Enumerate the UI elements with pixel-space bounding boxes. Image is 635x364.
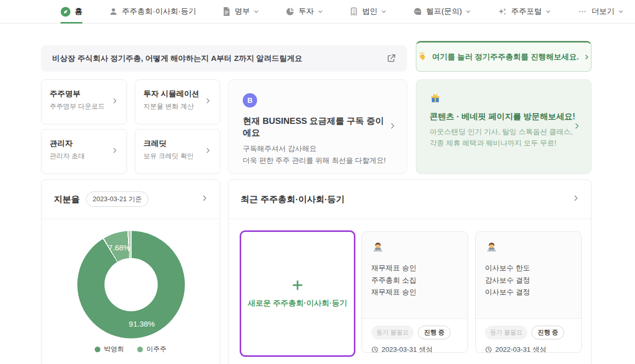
agm-cta-banner[interactable]: 여기를 눌러 정기주주총회를 진행해보세요. (416, 41, 591, 72)
registry-badge: 등기 불필요 (485, 326, 527, 339)
cta-banner-text: 여기를 눌러 정기주주총회를 진행해보세요. (432, 52, 579, 62)
plan-card-title: 현재 BUSINESS 요금제를 구독 중이에요 (243, 115, 392, 139)
ownership-donut-chart: 91.38% 7.68% (77, 231, 185, 338)
chevron-right-icon (204, 97, 211, 106)
quick-card-title: 주주명부 (50, 89, 118, 99)
technologist-emoji (371, 241, 385, 254)
nav-label: 명부 (235, 7, 250, 16)
meeting-agenda-line: 재무제표 승인 (371, 262, 458, 274)
chevron-down-icon (318, 9, 323, 14)
chevron-right-icon (201, 195, 208, 204)
home-page: 홈 주주총회·이사회·등기 명부 투자 (0, 0, 635, 364)
status-badge: 진행 중 (418, 326, 450, 339)
legend-item: 이주주 (137, 345, 166, 354)
quick-card-shareholder-list[interactable]: 주주명부 주주명부 다운로드 (41, 79, 127, 124)
chevron-right-icon (111, 97, 118, 106)
meeting-agenda-line: 이사보수 결정 (485, 286, 572, 298)
quick-card-title: 관리자 (50, 139, 118, 148)
nav-item-meetings[interactable]: 주주총회·이사회·등기 (109, 0, 196, 23)
nav-label: 홈 (75, 7, 82, 16)
chat-bubble-icon (413, 7, 422, 16)
nav-label: 법인 (362, 7, 377, 16)
meeting-card[interactable]: 재무제표 승인 주주총회 소집 재무제표 승인 등기 불필요 진행 중 2023… (362, 231, 468, 353)
chevron-right-icon (389, 122, 396, 132)
nav-item-more[interactable]: 더보기 (578, 0, 624, 23)
chevron-right-icon (111, 147, 118, 156)
recent-meetings-header[interactable]: 최근 주주총회·이사회·등기 (228, 180, 591, 219)
benefit-card-line: 아웃스탠딩 인기 기사, 탈잉 스톡옵션 클래스, (430, 126, 578, 137)
notice-banner-text: 비상장 주식회사 정기주총, 어떻게 해야하는지 A부터 Z까지 알려드릴게요 (52, 54, 387, 63)
created-date: 2022-03-31 생성 (495, 345, 546, 353)
nav-item-home[interactable]: 홈 (60, 0, 82, 23)
document-icon (223, 7, 230, 16)
nav-label: 주주총회·이사회·등기 (122, 7, 196, 16)
chevron-down-icon (465, 9, 471, 14)
nav-item-corporation[interactable]: 법인 (350, 0, 387, 23)
notice-banner[interactable]: 비상장 주식회사 정기주총, 어떻게 해야하는지 A부터 Z까지 알려드릴게요 (41, 45, 407, 72)
donut-label-major: 91.38% (129, 319, 155, 328)
sparkles-icon (498, 7, 507, 16)
donut-legend: 박영희이주주 (41, 345, 220, 354)
subscription-plan-card[interactable]: B 현재 BUSINESS 요금제를 구독 중이에요 구독해주셔서 감사해요 더… (228, 79, 407, 174)
quick-card-subtitle: 관리자 초대 (50, 152, 118, 161)
plan-badge: B (243, 93, 257, 108)
new-meeting-button[interactable]: 새로운 주주총회·이사회·등기 (240, 230, 355, 357)
quick-card-investment-simulation[interactable]: 투자 시뮬레이션 지분율 변화 계산 (135, 79, 220, 124)
chevron-right-icon (572, 195, 580, 204)
building-icon (350, 7, 358, 16)
chevron-right-icon (583, 54, 590, 60)
legend-item: 박영희 (95, 345, 124, 354)
meeting-card[interactable]: 이사보수 한도 감사보수 결정 이사보수 결정 등기 불필요 진행 중 2022… (475, 231, 582, 353)
plan-card-line: 구독해주셔서 감사해요 (243, 143, 392, 155)
nav-item-help[interactable]: 헬프(문의) (413, 0, 471, 23)
quick-card-admin[interactable]: 관리자 관리자 초대 (41, 129, 127, 174)
created-date: 2023-03-31 생성 (382, 345, 433, 353)
quick-card-title: 투자 시뮬레이션 (143, 89, 211, 99)
meeting-agenda-line: 재무제표 승인 (371, 286, 458, 298)
technologist-emoji (485, 241, 498, 254)
chevron-right-icon (204, 147, 211, 156)
nav-item-investment[interactable]: 투자 (286, 0, 323, 23)
donut-hole (104, 258, 158, 311)
chevron-right-icon (573, 122, 581, 132)
top-navigation: 홈 주주총회·이사회·등기 명부 투자 (0, 0, 635, 24)
nav-item-shareholder-portal[interactable]: 주주포털 (498, 0, 551, 23)
plus-icon (291, 279, 304, 291)
meeting-agenda-line: 주주총회 소집 (371, 274, 458, 287)
clock-icon (371, 346, 378, 353)
nav-item-registry[interactable]: 명부 (223, 0, 259, 23)
donut-label-minor: 7.68% (109, 243, 131, 251)
recent-meetings-title: 최근 주주총회·이사회·등기 (241, 194, 345, 205)
nav-label: 헬프(문의) (426, 7, 462, 16)
plan-card-line: 더욱 편한 주주 관리를 위해 최선을 다할게요! (243, 155, 392, 166)
status-badge: 진행 중 (532, 326, 564, 339)
quick-card-subtitle: 지분율 변화 계산 (143, 102, 211, 111)
external-link-icon (387, 54, 396, 63)
benefit-card-line: 각종 제휴 혜택과 웨비나까지 모두 무료! (430, 137, 578, 148)
pie-chart-icon (286, 7, 294, 16)
quick-card-subtitle: 보유 크레딧 확인 (143, 152, 211, 161)
nav-label: 더보기 (591, 7, 615, 16)
quick-card-credit[interactable]: 크레딧 보유 크레딧 확인 (135, 129, 220, 174)
content-benefit-card[interactable]: 콘텐츠 · 베네핏 페이지를 방문해보세요! 아웃스탠딩 인기 기사, 탈잉 스… (416, 79, 591, 174)
meeting-agenda-line: 이사보수 한도 (485, 262, 572, 274)
recent-meetings-card: 최근 주주총회·이사회·등기 새로운 주주총회·이사회·등기 재무제표 승인 주… (228, 179, 591, 364)
registry-badge: 등기 불필요 (371, 326, 414, 339)
zuzu-logo-icon (60, 7, 71, 17)
ownership-date-badge: 2023-03-21 기준 (86, 191, 149, 207)
quick-card-title: 크레딧 (143, 139, 211, 148)
chevron-down-icon (618, 9, 624, 14)
new-meeting-label: 새로운 주주총회·이사회·등기 (248, 298, 347, 308)
benefit-card-title: 콘텐츠 · 베네핏 페이지를 방문해보세요! (430, 112, 578, 122)
nav-label: 투자 (299, 7, 314, 16)
clapping-hands-emoji (417, 52, 428, 62)
person-icon (109, 7, 118, 16)
ownership-title: 지분율 (54, 194, 80, 205)
chevron-down-icon (381, 9, 387, 14)
nav-label: 주주포털 (511, 7, 542, 16)
ellipsis-icon (578, 7, 587, 16)
ownership-header[interactable]: 지분율 2023-03-21 기준 (41, 180, 220, 219)
clock-icon (485, 346, 492, 353)
ownership-card: 지분율 2023-03-21 기준 91.38% 7.68% 박영희이주주 (41, 179, 220, 364)
meeting-agenda-line: 감사보수 결정 (485, 274, 572, 287)
